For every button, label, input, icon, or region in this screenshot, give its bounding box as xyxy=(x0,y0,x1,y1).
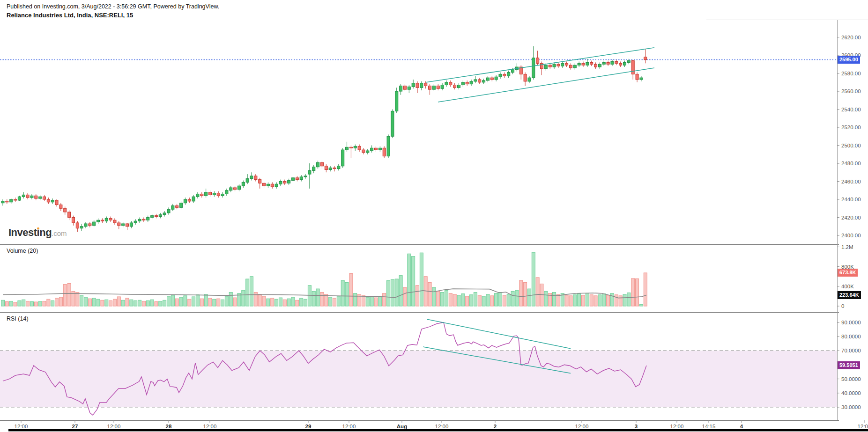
svg-text:2520.00: 2520.00 xyxy=(841,124,861,130)
svg-text:12:00: 12:00 xyxy=(15,424,28,429)
svg-text:27: 27 xyxy=(72,424,78,429)
svg-text:Aug: Aug xyxy=(397,424,407,429)
svg-text:12:00: 12:00 xyxy=(203,424,217,429)
svg-text:2480.00: 2480.00 xyxy=(841,161,861,166)
volume-bars[interactable] xyxy=(1,252,647,306)
rsi-panel-label: RSI (14) xyxy=(7,315,29,322)
svg-text:12:00: 12:00 xyxy=(575,424,589,429)
svg-text:12:00: 12:00 xyxy=(670,424,684,429)
svg-text:80.0000: 80.0000 xyxy=(841,334,861,339)
logo-orange-dot-i: i xyxy=(37,227,40,239)
time-axis[interactable]: 12:002712:002812:002912:00Aug12:00212:00… xyxy=(15,420,868,429)
svg-text:2560.00: 2560.00 xyxy=(841,88,861,94)
svg-text:50.0000: 50.0000 xyxy=(841,376,861,382)
svg-text:14:15: 14:15 xyxy=(702,424,716,429)
candles[interactable] xyxy=(1,46,647,232)
price-axis[interactable]: 2620.002600.002580.002560.002540.002520.… xyxy=(837,35,861,239)
svg-text:3: 3 xyxy=(635,424,638,429)
price-trend-channel[interactable] xyxy=(426,48,654,102)
investing-logo-text: Investing xyxy=(8,227,52,238)
svg-text:2440.00: 2440.00 xyxy=(841,197,861,202)
svg-text:2540.00: 2540.00 xyxy=(841,107,861,112)
svg-text:2420.00: 2420.00 xyxy=(841,215,861,220)
svg-text:12:00: 12:00 xyxy=(107,424,121,429)
svg-text:70.0000: 70.0000 xyxy=(841,348,861,353)
svg-text:90.0000: 90.0000 xyxy=(841,320,861,325)
volume-panel-label: Volume (20) xyxy=(7,248,38,254)
published-chart-page: Published on Investing.com, 3/Aug/2022 -… xyxy=(0,0,868,432)
volume-ma-badge: 223.64K xyxy=(838,291,861,299)
svg-text:12:00: 12:00 xyxy=(858,424,868,429)
svg-text:2460.00: 2460.00 xyxy=(841,179,861,184)
svg-text:12:00: 12:00 xyxy=(342,424,356,429)
svg-text:40.0000: 40.0000 xyxy=(841,390,861,396)
rsi-value-badge: 59.5051 xyxy=(838,361,860,369)
current-price-badge: 2595.00 xyxy=(838,56,860,64)
svg-text:400K: 400K xyxy=(841,284,854,289)
svg-text:4: 4 xyxy=(740,424,743,429)
svg-text:28: 28 xyxy=(166,424,172,429)
svg-text:1.2M: 1.2M xyxy=(841,244,853,250)
svg-text:2580.00: 2580.00 xyxy=(841,71,861,76)
svg-text:2: 2 xyxy=(494,424,497,429)
svg-text:29: 29 xyxy=(305,424,312,429)
svg-text:30.0000: 30.0000 xyxy=(841,404,861,410)
svg-text:2400.00: 2400.00 xyxy=(841,233,861,238)
volume-last-badge: 673.8K xyxy=(838,269,858,277)
svg-text:12:00: 12:00 xyxy=(435,424,449,429)
chart-svg[interactable]: 2620.002600.002580.002560.002540.002520.… xyxy=(0,0,868,432)
investing-logo-suffix: .com xyxy=(52,229,67,237)
svg-text:2620.00: 2620.00 xyxy=(841,35,861,40)
svg-text:2500.00: 2500.00 xyxy=(841,143,861,148)
rsi-band xyxy=(0,351,837,407)
svg-text:0: 0 xyxy=(841,303,844,309)
investing-logo: Investing.com xyxy=(8,227,67,239)
